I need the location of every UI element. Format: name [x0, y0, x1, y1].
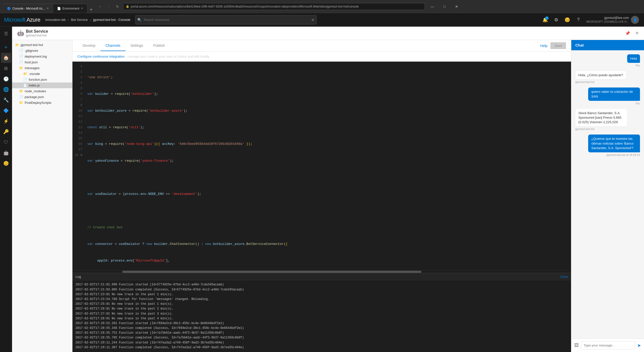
folder-post-deploy[interactable]: 📁 PostDeployScripts — [12, 100, 72, 106]
breadcrumb-bot-service[interactable]: Bot Service — [71, 18, 88, 22]
file-gitignore[interactable]: 📄 .gitignore — [12, 48, 72, 54]
folder-icon-root: 📁 — [15, 43, 19, 47]
configure-banner: Configure continuous integration - manag… — [72, 52, 571, 62]
folder-icon-messages: 📁 — [19, 66, 23, 70]
log-entry: 2017-02-02T17:27:01 No new trace in the … — [75, 312, 568, 316]
back-button[interactable]: ← — [97, 3, 104, 10]
tab-develop[interactable]: Develop — [77, 40, 100, 51]
home-icon[interactable]: 🏠 — [1, 53, 11, 63]
search-clear-button[interactable]: ✕ — [311, 17, 314, 22]
breadcrumb-current: jgomezl-bot-hol - Console — [93, 18, 130, 22]
search-input[interactable] — [135, 15, 316, 24]
browser-nav: ← → ↻ — [97, 3, 121, 10]
filename-deployment: deployment.log — [25, 55, 47, 58]
tab-close-button[interactable]: ✕ — [47, 7, 49, 10]
code-content[interactable]: 'use strict'; var builder = require('bot… — [85, 62, 571, 270]
filename-host: host.json — [25, 60, 38, 64]
folder-messages[interactable]: 📁 messages — [12, 65, 72, 71]
close-window-button[interactable]: ✕ — [451, 2, 462, 11]
tab-close-button-2[interactable]: ✕ — [81, 7, 83, 10]
log-content[interactable]: 2017-02-02T17:21:02.990 Function started… — [72, 280, 571, 352]
puzzle-icon[interactable]: 🔷 — [1, 106, 11, 116]
globe-icon[interactable]: 🌐 — [1, 84, 11, 95]
clock-icon[interactable]: 🕐 — [1, 74, 11, 84]
chat-bubble-1: Hola. ¿Cómo puedo ayudarte? — [575, 71, 626, 79]
tab-settings[interactable]: Settings — [126, 40, 148, 51]
log-entry: 2017-02-02T17:28:55.785 Function complet… — [75, 335, 568, 340]
save-button[interactable]: Save — [550, 42, 566, 49]
user-area[interactable]: jgomezl@live.com MICROSOFT (JGOMEZLLIVE.… — [584, 16, 641, 24]
folder-node-modules[interactable]: 📁 node_modules — [12, 88, 72, 94]
horizontal-scrollbar[interactable] — [72, 270, 571, 273]
chat-message-input[interactable] — [581, 341, 635, 349]
filename-package: package.json — [25, 95, 44, 99]
feedback-button[interactable]: 😊 — [562, 15, 572, 25]
close-panel-button[interactable]: ✕ — [635, 30, 639, 36]
clear-log-button[interactable]: Clear — [560, 275, 568, 279]
smiley-icon[interactable]: 😊 — [1, 158, 11, 168]
browser-tab-2[interactable]: 📄 Environment ✕ — [53, 4, 87, 13]
browser-tabs: 🔵 Console - Microsoft Az... ✕ 📄 Environm… — [3, 0, 95, 13]
pin-button[interactable]: 📌 — [625, 31, 630, 36]
new-tab-button[interactable]: + — [87, 6, 95, 13]
breadcrumb-sep-1: › — [68, 18, 69, 22]
tools-icon[interactable]: 🔧 — [1, 95, 11, 105]
shield-icon[interactable]: 🛡 — [1, 137, 11, 147]
browser-tab-active[interactable]: 🔵 Console - Microsoft Az... ✕ — [3, 4, 53, 13]
address-bar[interactable]: 🔒 portal.azure.com/#resource/subscriptio… — [123, 3, 425, 10]
search-box-container: 🔍 ✕ — [135, 15, 316, 24]
chat-input-area: 🖼 ➤ — [571, 338, 644, 352]
forward-button[interactable]: → — [105, 3, 112, 10]
notifications-button[interactable]: 🔔 ? — [540, 15, 550, 25]
chat-image-button[interactable]: 🖼 — [574, 343, 579, 348]
chat-message-group: HolaYou — [575, 54, 640, 67]
configure-ci-link[interactable]: Configure continuous integration — [77, 55, 125, 58]
chat-send-button[interactable]: ➤ — [637, 343, 641, 348]
file-package-json[interactable]: 📄 package.json — [12, 94, 72, 100]
code-editor[interactable]: 1 2 3 4 5 6 7 8 10 11 12 13 14 — [72, 62, 571, 270]
service-header: 🤖 Bot Service jgomezl-bot-hol 📌 ✕ — [12, 27, 644, 40]
chat-message-group: Stock Banco Santander, S.A. Sponsored [s… — [575, 109, 640, 131]
log-entry: 2017-02-02T17:28:55.751 Function started… — [75, 331, 568, 335]
azure-topbar: Microsoft Azure innovation-lab › Bot Ser… — [0, 13, 644, 27]
chat-sender-3: jgomezl-bot-hol — [575, 127, 594, 130]
folder-vscode[interactable]: 📁 .vscode — [12, 71, 72, 77]
file-tree-root[interactable]: 📁 jgomezl-bot-hol — [12, 42, 72, 48]
help-link[interactable]: Help — [540, 44, 548, 48]
foldername-post-deploy: PostDeployScripts — [25, 101, 51, 105]
key-icon[interactable]: 🔑 — [1, 127, 11, 137]
filename-gitignore: .gitignore — [25, 49, 38, 53]
file-deployment-log[interactable]: 📄 deployment.log — [12, 54, 72, 59]
chat-bubble-2: quiero saber la cotización de SAN — [588, 87, 640, 101]
create-resource-button[interactable]: + — [1, 42, 11, 52]
hamburger-menu-button[interactable]: ☰ — [1, 29, 11, 39]
log-entry: 2017-02-02T17:23:01 No new trace in the … — [75, 292, 568, 297]
app-layout: ☰ + 🏠 ⊞ 🕐 🌐 🔧 🔷 ⚡ 🔑 🛡 🤖 😊 🤖 Bot Service … — [0, 27, 644, 352]
chat-bubble-4: ¿Quieres que te muestre las últimas noti… — [588, 135, 640, 152]
log-entry: 2017-02-02T17:28:55.348 Function complet… — [75, 326, 568, 331]
chat-bubble-0: Hola — [627, 54, 640, 63]
tab-channels[interactable]: Channels — [100, 40, 125, 51]
bot-icon[interactable]: 🤖 — [1, 148, 11, 158]
refresh-button[interactable]: ↻ — [114, 3, 121, 10]
help-button[interactable]: ? — [573, 15, 583, 25]
chat-sender-1: jgomezl-bot-hol — [575, 80, 594, 83]
filename-function: function.json — [29, 78, 47, 81]
code-line-6: var yahooFinance = require('yahoo-financ… — [85, 158, 571, 164]
tab-publish[interactable]: Publish — [148, 40, 170, 51]
maximize-button[interactable]: □ — [439, 2, 450, 11]
file-function-json[interactable]: 📄 function.json — [12, 77, 72, 82]
browser-chrome: 🔵 Console - Microsoft Az... ✕ 📄 Environm… — [0, 0, 644, 13]
settings-button[interactable]: ⚙ — [551, 15, 561, 25]
dashboard-icon[interactable]: ⊞ — [1, 63, 11, 73]
breadcrumb-innovation-lab[interactable]: innovation-lab — [45, 18, 66, 22]
bolt-icon[interactable]: ⚡ — [1, 116, 11, 126]
file-icon-host: 📄 — [19, 60, 23, 64]
file-host-json[interactable]: 📄 host.json — [12, 59, 72, 65]
file-index-js[interactable]: 📄 index.js — [12, 82, 72, 88]
h-scroll-thumb[interactable] — [122, 271, 421, 273]
log-entry: 2017-02-02T17:21:02.990 Function started… — [75, 282, 568, 287]
url-text: portal.azure.com/#resource/subscriptions… — [131, 5, 359, 8]
service-title-group: Bot Service jgomezl-bot-hol — [26, 29, 48, 37]
minimize-button[interactable]: — — [427, 2, 438, 11]
